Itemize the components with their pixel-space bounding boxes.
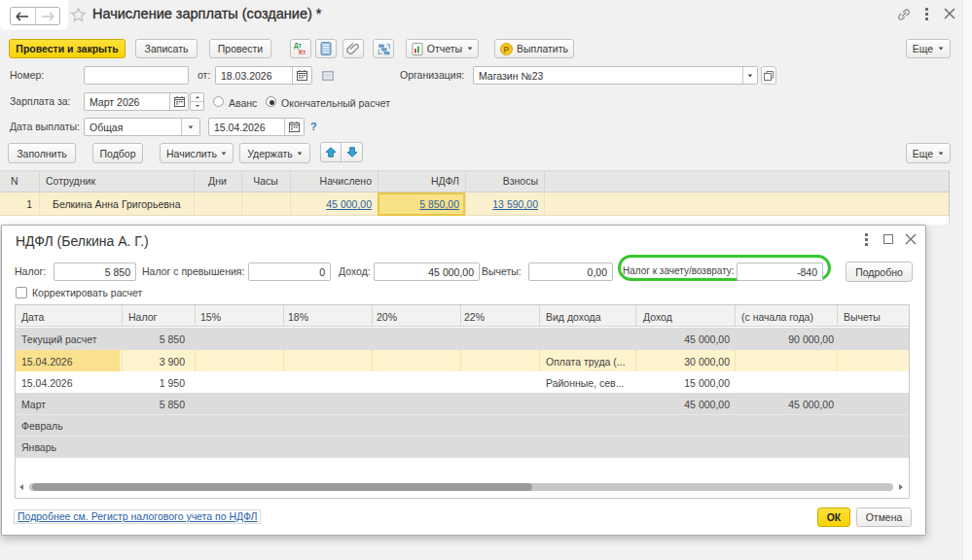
svg-text:Р: Р	[504, 44, 510, 53]
svg-text:Кт: Кт	[299, 49, 306, 55]
